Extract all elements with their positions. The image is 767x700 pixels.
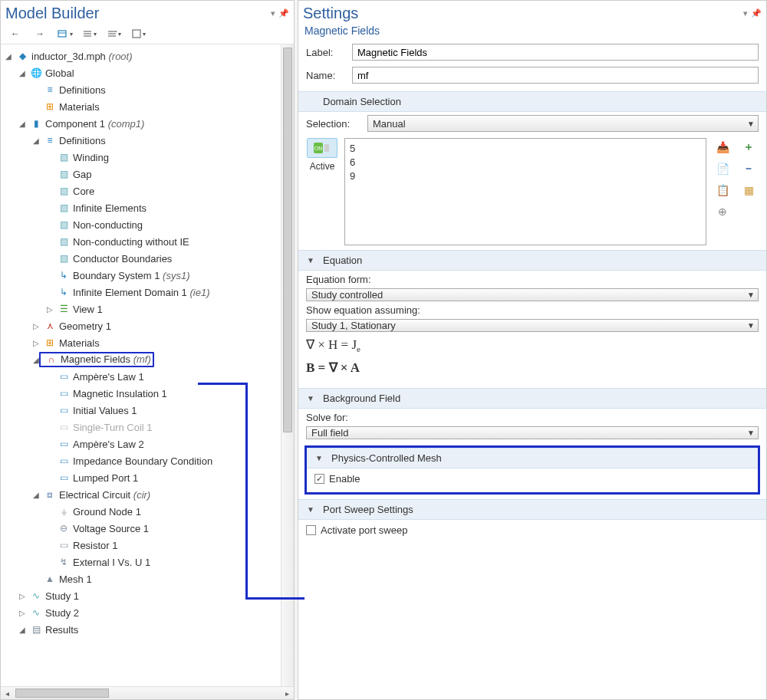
view-node[interactable]: ▷☰View 1 — [42, 301, 281, 317]
selection-nc-without-ie-node[interactable]: ▧Non-conducting without IE — [42, 233, 281, 250]
enable-physics-mesh-label: Enable — [329, 473, 360, 485]
copy-selection-button[interactable]: 📄 — [713, 159, 732, 178]
global-definitions-node[interactable]: ≡Definitions — [28, 81, 281, 98]
selection-active-toggle[interactable]: ON — [307, 138, 337, 158]
settings-title: Settings — [303, 2, 743, 24]
selection-icon: ▧ — [58, 219, 70, 231]
selection-dropdown[interactable]: Manual▼ — [367, 115, 759, 132]
resistor-node[interactable]: ▭Resistor 1 — [42, 537, 281, 554]
selection-winding-node[interactable]: ▧Winding — [42, 149, 281, 166]
axes-icon: ↳ — [58, 269, 70, 281]
enable-physics-mesh-checkbox[interactable]: ✓ — [314, 474, 324, 484]
pin-icon[interactable]: 📌 — [278, 8, 289, 18]
back-button[interactable]: ← — [4, 25, 28, 42]
amperes-law-1-node[interactable]: ▭Ampère's Law 1 — [42, 368, 281, 385]
electrical-circuit-node[interactable]: ◢⧈Electrical Circuit (cir) — [28, 486, 281, 503]
svg-text:ON: ON — [314, 146, 323, 151]
component-definitions-node[interactable]: ◢≡Definitions — [28, 132, 281, 149]
forward-button[interactable]: → — [28, 25, 53, 42]
amperes-law-2-node[interactable]: ▭Ampère's Law 2 — [42, 435, 281, 452]
expand-button[interactable]: ▾ — [102, 25, 127, 42]
selection-infelem-node[interactable]: ▧Infinite Elements — [42, 199, 281, 216]
selection-core-node[interactable]: ▧Core — [42, 182, 281, 199]
model-tree[interactable]: ◢◆inductor_3d.mph (root) ◢🌐Global ≡Defin… — [1, 48, 281, 638]
equation-assume-dropdown[interactable]: Study 1, Stationary▼ — [306, 319, 759, 332]
minimize-icon[interactable]: ▾ — [271, 8, 275, 18]
list-item[interactable]: 9 — [350, 169, 701, 183]
tree-vertical-scrollbar[interactable] — [281, 44, 294, 686]
model-file-icon: ◆ — [16, 50, 28, 62]
bc-domain-icon: ▭ — [58, 421, 70, 433]
apply-selection-button[interactable]: ▦ — [739, 181, 759, 199]
axes-icon: ↳ — [58, 286, 70, 298]
globe-icon: 🌐 — [30, 67, 42, 79]
name-input[interactable] — [352, 67, 759, 84]
component-materials-node[interactable]: ▷⊞Materials — [28, 334, 281, 351]
circuit-icon: ⧈ — [44, 488, 56, 501]
results-node[interactable]: ◢▤Results — [15, 621, 281, 638]
study-2-node[interactable]: ▷∿Study 2 — [15, 604, 281, 621]
active-label: Active — [310, 161, 335, 172]
external-ivu-node[interactable]: ↯External I Vs. U 1 — [42, 554, 281, 570]
magnetic-insulation-node[interactable]: ▭Magnetic Insulation 1 — [42, 385, 281, 402]
tree-horizontal-scrollbar[interactable]: ◂▸ — [1, 686, 294, 699]
infinite-element-domain-node[interactable]: ↳Infinite Element Domain 1 (ie1) — [42, 284, 281, 301]
view-icon: ☰ — [58, 303, 70, 315]
ground-icon: ⏚ — [58, 505, 70, 518]
equation-header[interactable]: ▼Equation — [298, 250, 766, 271]
pin-icon[interactable]: 📌 — [751, 8, 762, 18]
list-item[interactable]: 6 — [350, 156, 701, 169]
global-materials-node[interactable]: ⊞Materials — [28, 98, 281, 115]
group-button[interactable]: ▾ — [127, 25, 151, 42]
list-item[interactable]: 5 — [350, 142, 701, 156]
show-button[interactable]: ▾ — [53, 25, 77, 42]
ground-node[interactable]: ⏚Ground Node 1 — [42, 503, 281, 520]
global-node[interactable]: ◢🌐Global — [15, 64, 281, 81]
label-input[interactable] — [352, 44, 759, 61]
selection-icon: ▧ — [58, 202, 70, 214]
resistor-icon: ▭ — [58, 539, 70, 551]
initial-values-node[interactable]: ▭Initial Values 1 — [42, 402, 281, 419]
remove-selection-button[interactable]: － — [739, 159, 759, 178]
background-field-header[interactable]: ▼Background Field — [298, 388, 766, 409]
magnetic-fields-node[interactable]: ◢∩Magnetic Fields (mf) — [28, 351, 281, 368]
paste-selection-button[interactable]: 📥 — [713, 138, 732, 156]
study-1-node[interactable]: ▷∿Study 1 — [15, 587, 281, 604]
domain-selection-header[interactable]: Domain Selection — [298, 91, 766, 112]
definitions-icon: ≡ — [44, 84, 56, 96]
mesh-node[interactable]: ▲Mesh 1 — [28, 570, 281, 587]
selection-conductor-boundaries-node[interactable]: ▧Conductor Boundaries — [42, 250, 281, 267]
study-icon: ∿ — [30, 606, 42, 619]
solve-for-dropdown[interactable]: Full field▼ — [306, 426, 759, 439]
add-selection-button[interactable]: ＋ — [739, 138, 759, 156]
physics-mesh-header[interactable]: ▼Physics-Controlled Mesh — [307, 448, 758, 468]
geometry-node[interactable]: ▷⋏Geometry 1 — [28, 317, 281, 334]
svg-point-2 — [116, 31, 117, 32]
equation-display-1: ∇ × H = Je — [306, 335, 759, 355]
bc-boundary-icon: ▭ — [58, 472, 70, 484]
voltage-source-node[interactable]: ⊖Voltage Source 1 — [42, 520, 281, 537]
port-sweep-header[interactable]: ▼Port Sweep Settings — [298, 499, 766, 520]
model-builder-toolbar: ← → ▾ ▾ ▾ ▾ — [1, 24, 294, 44]
root-node[interactable]: ◢◆inductor_3d.mph (root) — [1, 48, 281, 64]
solve-for-caption: Solve for: — [306, 412, 759, 423]
selection-nonconducting-node[interactable]: ▧Non-conducting — [42, 216, 281, 233]
impedance-bc-node[interactable]: ▭Impedance Boundary Condition — [42, 452, 281, 469]
equation-assume-caption: Show equation assuming: — [306, 304, 759, 316]
name-caption: Name: — [306, 70, 344, 81]
minimize-icon[interactable]: ▾ — [743, 8, 748, 18]
model-builder-title: Model Builder — [5, 2, 271, 24]
bc-domain-icon: ▭ — [58, 370, 70, 383]
results-icon: ▤ — [30, 623, 42, 636]
single-turn-coil-node[interactable]: ▭Single-Turn Coil 1 — [42, 419, 281, 435]
selection-gap-node[interactable]: ▧Gap — [42, 166, 281, 182]
boundary-system-node[interactable]: ↳Boundary System 1 (sys1) — [42, 267, 281, 284]
activate-port-sweep-checkbox[interactable] — [306, 525, 316, 535]
equation-form-dropdown[interactable]: Study controlled▼ — [306, 288, 759, 301]
component-node[interactable]: ◢▮Component 1 (comp1) — [15, 115, 281, 132]
clipboard-selection-button[interactable]: 📋 — [713, 181, 732, 199]
collapse-button[interactable]: ▾ — [77, 25, 102, 42]
zoom-selection-button[interactable]: ⊕ — [713, 202, 732, 221]
lumped-port-node[interactable]: ▭Lumped Port 1 — [42, 469, 281, 486]
selection-list[interactable]: 5 6 9 — [344, 138, 706, 245]
